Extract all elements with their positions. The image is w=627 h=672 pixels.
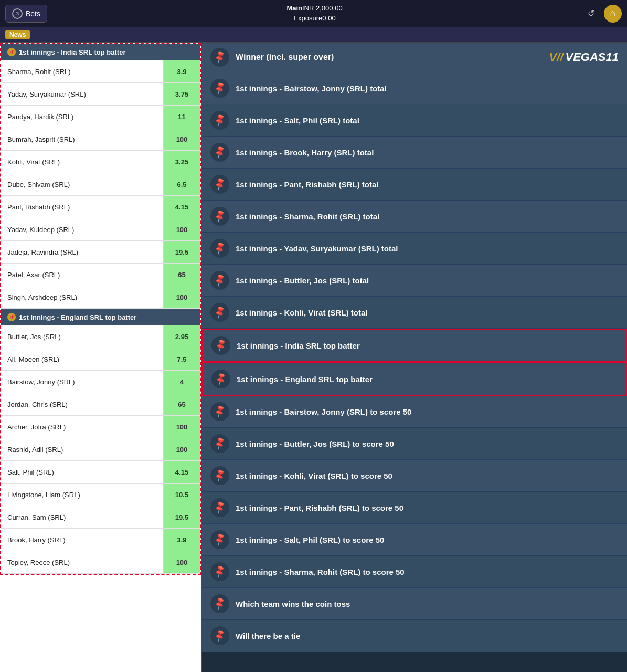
table-row[interactable]: Yadav, Kuldeep (SRL) 100: [1, 218, 200, 241]
list-item[interactable]: 📌 1st innings - Pant, Rishabh (SRL) tota…: [202, 169, 627, 201]
bet-odds[interactable]: 65: [163, 264, 200, 286]
table-row[interactable]: Bumrah, Jasprit (SRL) 100: [1, 128, 200, 151]
bet-odds[interactable]: 3.75: [163, 83, 200, 105]
bet-name: Topley, Reece (SRL): [1, 554, 163, 571]
bet-odds[interactable]: 19.5: [163, 506, 200, 528]
bet-odds[interactable]: 100: [163, 128, 200, 150]
list-item[interactable]: 📌 1st innings - Pant, Rishabh (SRL) to s…: [202, 492, 627, 524]
home-button[interactable]: ⌂: [604, 5, 622, 23]
bet-odds[interactable]: 6.5: [163, 173, 200, 195]
pin-icon-item: 📌: [210, 79, 229, 98]
pin-symbol-item: 📌: [212, 208, 228, 224]
bet-odds[interactable]: 4: [163, 371, 200, 393]
pin-symbol-item: 📌: [212, 564, 228, 580]
pin-symbol: 📌: [212, 49, 228, 65]
list-item[interactable]: 📌 1st innings - Salt, Phil (SRL) to scor…: [202, 524, 627, 556]
table-row[interactable]: Curran, Sam (SRL) 19.5: [1, 506, 200, 529]
list-item[interactable]: 📌 1st innings - Sharma, Rohit (SRL) tota…: [202, 201, 627, 233]
pin-icon-item: 📌: [210, 530, 229, 549]
vegas-logo: V// VEGAS11: [549, 50, 619, 64]
main-layout: 📌 1st innings - India SRL top batter Sha…: [0, 43, 627, 672]
right-item-label: 1st innings - Kohli, Virat (SRL) to scor…: [236, 471, 619, 480]
table-row[interactable]: Brook, Harry (SRL) 3.9: [1, 529, 200, 551]
list-item[interactable]: 📌 1st innings - Salt, Phil (SRL) total: [202, 104, 627, 136]
table-row[interactable]: Buttler, Jos (SRL) 2.95: [1, 326, 200, 348]
pin-icon-item: 📌: [210, 402, 229, 421]
table-row[interactable]: Yadav, Suryakumar (SRL) 3.75: [1, 83, 200, 106]
bet-odds[interactable]: 3.9: [163, 529, 200, 551]
table-row[interactable]: Patel, Axar (SRL) 65: [1, 264, 200, 286]
bet-name: Bumrah, Jasprit (SRL): [1, 131, 163, 148]
list-item[interactable]: 📌 1st innings - Kohli, Virat (SRL) total: [202, 297, 627, 329]
table-row[interactable]: Kohli, Virat (SRL) 3.25: [1, 151, 200, 173]
bet-odds[interactable]: 19.5: [163, 241, 200, 263]
news-tag: News: [5, 30, 30, 39]
right-panel-header[interactable]: 📌 Winner (incl. super over) V// VEGAS11: [202, 43, 627, 72]
table-row[interactable]: Livingstone, Liam (SRL) 10.5: [1, 484, 200, 506]
pin-symbol-item: 📌: [212, 112, 228, 128]
pin-symbol-item: 📌: [212, 272, 228, 288]
bet-name: Patel, Axar (SRL): [1, 267, 163, 283]
table-row[interactable]: Salt, Phil (SRL) 4.15: [1, 461, 200, 484]
pin-symbol-item: 📌: [213, 338, 229, 353]
india-section-title: 1st innings - India SRL top batter: [19, 48, 125, 56]
list-item[interactable]: 📌 1st innings - Buttler, Jos (SRL) total: [202, 265, 627, 297]
table-row[interactable]: Archer, Jofra (SRL) 100: [1, 416, 200, 438]
bet-name: Ali, Moeen (SRL): [1, 351, 163, 368]
table-row[interactable]: Ali, Moeen (SRL) 7.5: [1, 348, 200, 371]
bet-odds[interactable]: 2.95: [163, 326, 200, 348]
refresh-button[interactable]: ↺: [582, 5, 600, 23]
list-item[interactable]: 📌 1st innings - Buttler, Jos (SRL) to sc…: [202, 428, 627, 460]
news-bar: News: [0, 27, 627, 43]
bet-odds[interactable]: 65: [163, 393, 200, 415]
pin-symbol-item: 📌: [212, 596, 228, 612]
list-item[interactable]: 📌 1st innings - Kohli, Virat (SRL) to sc…: [202, 460, 627, 492]
bet-odds[interactable]: 100: [163, 286, 200, 308]
table-row[interactable]: Pandya, Hardik (SRL) 11: [1, 106, 200, 128]
bet-odds[interactable]: 100: [163, 438, 200, 460]
header-actions: ↺ ⌂: [582, 5, 622, 23]
refresh-icon: ↺: [588, 8, 594, 18]
bet-odds[interactable]: 10.5: [163, 484, 200, 506]
list-item[interactable]: 📌 1st innings - Bairstow, Jonny (SRL) to…: [202, 396, 627, 428]
pin-symbol-item: 📌: [212, 144, 228, 160]
table-row[interactable]: Bairstow, Jonny (SRL) 4: [1, 371, 200, 393]
pin-symbol-item: 📌: [212, 404, 228, 419]
table-row[interactable]: Jordan, Chris (SRL) 65: [1, 393, 200, 416]
list-item[interactable]: 📌 1st innings - Yadav, Suryakumar (SRL) …: [202, 233, 627, 265]
pin-icon-item: 📌: [210, 626, 229, 645]
pin-symbol-item: 📌: [212, 304, 228, 320]
england-section-header: 📌 1st innings - England SRL top batter: [1, 309, 200, 326]
bet-odds[interactable]: 3.25: [163, 151, 200, 173]
bet-odds[interactable]: 4.15: [163, 196, 200, 218]
list-item[interactable]: 📌 1st innings - Bairstow, Jonny (SRL) to…: [202, 72, 627, 104]
bet-odds[interactable]: 11: [163, 106, 200, 128]
bets-button[interactable]: ⊙ Bets: [5, 5, 47, 23]
list-item[interactable]: 📌 1st innings - India SRL top batter: [202, 329, 627, 362]
list-item[interactable]: 📌 Will there be a tie: [202, 620, 627, 652]
india-section-header: 📌 1st innings - India SRL top batter: [1, 44, 200, 60]
right-item-label: 1st innings - Yadav, Suryakumar (SRL) to…: [236, 244, 619, 253]
table-row[interactable]: Topley, Reece (SRL) 100: [1, 551, 200, 574]
bet-odds[interactable]: 7.5: [163, 348, 200, 370]
bet-odds[interactable]: 4.15: [163, 461, 200, 483]
table-row[interactable]: Jadeja, Ravindra (SRL) 19.5: [1, 241, 200, 264]
table-row[interactable]: Dube, Shivam (SRL) 6.5: [1, 173, 200, 196]
list-item[interactable]: 📌 1st innings - Brook, Harry (SRL) total: [202, 136, 627, 169]
bet-odds[interactable]: 100: [163, 218, 200, 240]
bet-name: Bairstow, Jonny (SRL): [1, 374, 163, 390]
table-row[interactable]: Sharma, Rohit (SRL) 3.9: [1, 60, 200, 83]
table-row[interactable]: Pant, Rishabh (SRL) 4.15: [1, 196, 200, 218]
pin-icon-winner: 📌: [210, 48, 229, 67]
pin-icon-item: 📌: [210, 207, 229, 226]
india-section: 📌 1st innings - India SRL top batter Sha…: [1, 44, 200, 309]
bet-odds[interactable]: 100: [163, 551, 200, 573]
right-item-label: 1st innings - Sharma, Rohit (SRL) to sco…: [236, 568, 619, 576]
table-row[interactable]: Singh, Arshdeep (SRL) 100: [1, 286, 200, 309]
table-row[interactable]: Rashid, Adil (SRL) 100: [1, 438, 200, 461]
bet-odds[interactable]: 3.9: [163, 60, 200, 82]
list-item[interactable]: 📌 1st innings - England SRL top batter: [202, 362, 627, 396]
list-item[interactable]: 📌 1st innings - Sharma, Rohit (SRL) to s…: [202, 556, 627, 588]
list-item[interactable]: 📌 Which team wins the coin toss: [202, 588, 627, 620]
bet-odds[interactable]: 100: [163, 416, 200, 438]
